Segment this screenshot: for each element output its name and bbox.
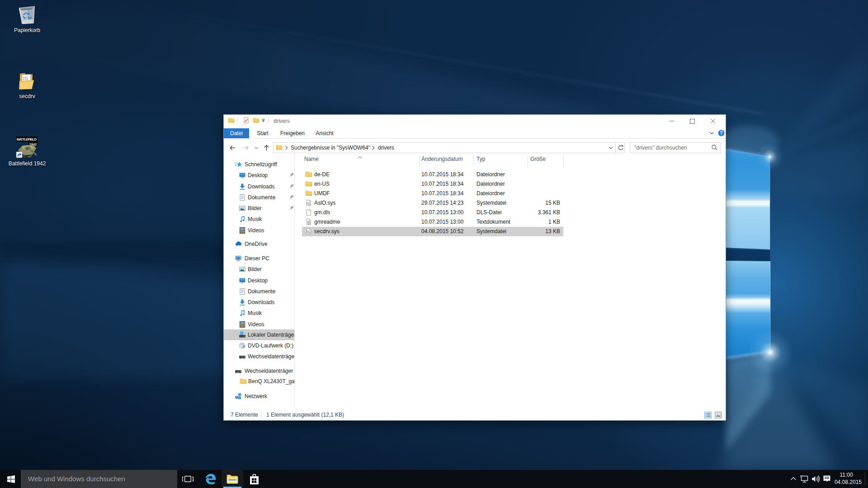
svg-text:?: ? bbox=[720, 131, 722, 136]
svg-text:BATTLEFIELD: BATTLEFIELD bbox=[17, 137, 37, 141]
